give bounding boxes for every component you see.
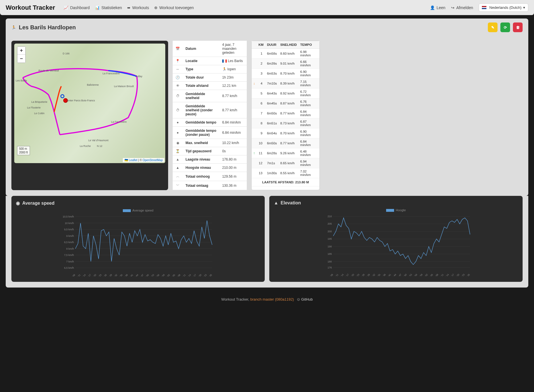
svg-text:16:26: 16:26 bbox=[207, 274, 213, 276]
content-grid: D 166Route de VerneuilLa FrancesièrePull… bbox=[6, 36, 528, 196]
svg-text:205: 205 bbox=[327, 223, 332, 225]
svg-text:15:14: 15:14 bbox=[338, 273, 344, 276]
svg-text:195: 195 bbox=[327, 238, 332, 241]
splits-row: 76m50s8.77 km/h6.84 min/km bbox=[252, 108, 319, 118]
svg-text:16:14: 16:14 bbox=[186, 274, 192, 276]
stats-label: Locatie bbox=[183, 57, 219, 65]
delete-button[interactable]: 🗑 bbox=[513, 22, 523, 32]
svg-text:15:47: 15:47 bbox=[396, 273, 402, 276]
stats-label: Totale afstand bbox=[183, 82, 219, 90]
logout-link[interactable]: ↪ Afmelden bbox=[451, 5, 473, 10]
language-label: Nederlands (Dutch) bbox=[489, 5, 521, 10]
stats-icon: ⏳ bbox=[173, 147, 183, 155]
svg-text:16:05: 16:05 bbox=[170, 274, 176, 276]
edit-button[interactable]: ✎ bbox=[488, 22, 498, 32]
leaflet-link[interactable]: Leaflet bbox=[129, 159, 137, 162]
nav-statistieken[interactable]: 📊Statistieken bbox=[95, 5, 122, 10]
svg-text:8 km/h: 8 km/h bbox=[66, 247, 74, 250]
elevation-chart[interactable]: 17618018519019520020521015:0815:1115:141… bbox=[274, 214, 518, 276]
refresh-icon: ⟳ bbox=[504, 25, 507, 30]
osm-link[interactable]: OpenStreetMap bbox=[142, 159, 163, 162]
stats-card: 📅Datum4 jaar, 7 maanden geleden📍LocatieL… bbox=[173, 41, 247, 190]
stats-table: 📅Datum4 jaar, 7 maanden geleden📍LocatieL… bbox=[173, 41, 247, 190]
stats-label: Max. snelheid bbox=[183, 139, 219, 147]
bar-chart-icon: 📊 bbox=[95, 5, 100, 10]
splits-table: KMDUURSNELHEIDTEMPO 16m58s8.60 km/h6.98 … bbox=[252, 41, 319, 186]
elevation-legend: Hoogte bbox=[274, 208, 518, 212]
svg-text:15:26: 15:26 bbox=[101, 274, 107, 276]
stats-row: 👁Totale afstand12.21 km bbox=[173, 82, 247, 90]
svg-text:15:50: 15:50 bbox=[144, 274, 150, 276]
stats-icon: ◉ bbox=[173, 139, 183, 147]
language-select[interactable]: Nederlands (Dutch) ▾ bbox=[479, 3, 528, 12]
map-zoom-control: + − bbox=[17, 46, 26, 63]
map-label: Le Val d'Haumont bbox=[88, 139, 109, 142]
page-footer: Workout Tracker, branch master (080a1192… bbox=[0, 293, 534, 305]
gauge-icon: ◉ bbox=[16, 200, 20, 206]
svg-text:10,5 km/h: 10,5 km/h bbox=[63, 215, 74, 218]
speed-chart[interactable]: 6,5 km/h7 km/h7,5 km/h8 km/h8,5 km/h9 km… bbox=[16, 214, 260, 276]
svg-text:15:41: 15:41 bbox=[386, 273, 392, 276]
svg-text:16:14: 16:14 bbox=[444, 273, 450, 276]
svg-text:15:23: 15:23 bbox=[96, 274, 102, 276]
stats-row: ▲Laagste niveau176.80 m bbox=[173, 155, 247, 164]
nav-workouts[interactable]: ⬌Workouts bbox=[127, 5, 149, 10]
svg-text:16:08: 16:08 bbox=[433, 273, 439, 276]
pencil-icon: ✎ bbox=[491, 25, 494, 30]
refresh-button[interactable]: ⟳ bbox=[500, 22, 510, 32]
svg-text:15:47: 15:47 bbox=[138, 274, 144, 276]
svg-text:15:17: 15:17 bbox=[86, 274, 92, 276]
github-icon: ⊙ bbox=[297, 297, 300, 301]
stats-row: ⏱Gemiddelde snelheid (zonder pauze)8.77 … bbox=[173, 102, 247, 118]
svg-text:16:11: 16:11 bbox=[438, 273, 444, 276]
map-label: Route de Verneuil bbox=[38, 69, 59, 72]
svg-text:16:11: 16:11 bbox=[180, 274, 186, 276]
splits-header: TEMPO bbox=[299, 41, 319, 49]
stats-value: 210.00 m bbox=[219, 164, 247, 172]
route-map[interactable]: D 166Route de VerneuilLa FrancesièrePull… bbox=[14, 44, 165, 163]
flag-fr-icon bbox=[222, 59, 227, 63]
stats-label: Totaal omhoog bbox=[183, 172, 219, 181]
svg-text:6,5 km/h: 6,5 km/h bbox=[64, 266, 74, 269]
speed-chart-card: ◉ Average speed Average speed 6,5 km/h7 … bbox=[11, 196, 265, 282]
splits-row: 106m50s8.77 km/h6.84 min/km bbox=[252, 138, 319, 148]
main-nav: 📈Dashboard📊Statistieken⬌Workouts⊕Workout… bbox=[64, 5, 194, 10]
svg-text:16:23: 16:23 bbox=[459, 273, 465, 276]
map-label: La Maison Brioult bbox=[114, 85, 134, 88]
stats-value: 🏃 lopen bbox=[219, 65, 247, 73]
github-link[interactable]: GitHub bbox=[301, 297, 313, 301]
branch-link[interactable]: branch master (080a1192) bbox=[250, 297, 294, 301]
trash-icon: 🗑 bbox=[516, 25, 520, 30]
chevron-down-icon: ▾ bbox=[523, 5, 525, 10]
svg-text:15:53: 15:53 bbox=[149, 274, 155, 276]
splits-row: 66m45s8.87 km/h6.76 min/km bbox=[252, 98, 319, 108]
nav-workout-toevoegen[interactable]: ⊕Workout toevoegen bbox=[154, 5, 194, 10]
brand-title[interactable]: Workout Tracker bbox=[6, 4, 55, 11]
mountain-icon: ▲ bbox=[274, 200, 278, 206]
stats-icon: ↔ bbox=[173, 65, 183, 73]
svg-text:16:17: 16:17 bbox=[449, 273, 455, 276]
svg-text:16:02: 16:02 bbox=[165, 274, 171, 276]
map-label: La Briqueterie bbox=[31, 100, 47, 103]
stats-value: 8.77 km/h bbox=[219, 102, 247, 118]
svg-text:15:38: 15:38 bbox=[123, 274, 129, 276]
splits-row: ↓47m10s8.39 km/h7.15 min/km bbox=[252, 79, 319, 89]
svg-text:16:02: 16:02 bbox=[423, 273, 429, 276]
page-header: 🏃 Les Barils Hardlopen ✎ ⟳ 🗑 bbox=[6, 19, 528, 36]
svg-text:15:53: 15:53 bbox=[407, 273, 413, 276]
zoom-out-button[interactable]: − bbox=[17, 55, 25, 63]
svg-text:15:14: 15:14 bbox=[80, 274, 86, 276]
svg-text:15:59: 15:59 bbox=[417, 273, 423, 276]
stats-label: Hoogste niveau bbox=[183, 164, 219, 172]
zoom-in-button[interactable]: + bbox=[17, 47, 25, 55]
splits-row: 16m58s8.60 km/h6.98 min/km bbox=[252, 49, 319, 59]
svg-text:16:05: 16:05 bbox=[428, 273, 434, 276]
stats-icon: ⏱ bbox=[173, 102, 183, 118]
user-menu[interactable]: 👤 Leen bbox=[430, 5, 445, 10]
user-name: Leen bbox=[437, 5, 445, 10]
splits-header: DUUR bbox=[265, 41, 279, 49]
svg-text:16:26: 16:26 bbox=[464, 273, 470, 276]
nav-dashboard[interactable]: 📈Dashboard bbox=[64, 5, 90, 10]
stats-row: ⏱Gemiddelde snelheid8.77 km/h bbox=[173, 90, 247, 102]
stats-value: 12.21 km bbox=[219, 82, 247, 90]
